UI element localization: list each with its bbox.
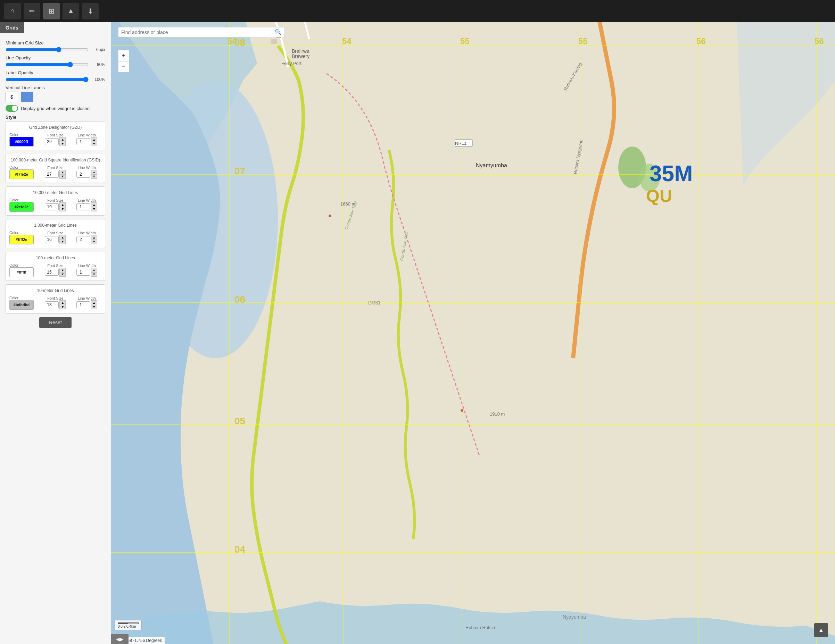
font-size-down-5[interactable]: ▼ bbox=[59, 305, 66, 309]
line-width-input-0[interactable] bbox=[76, 138, 90, 145]
grid-card-5: 10-meter Grid Lines Color #bdbdbd Font S… bbox=[6, 284, 105, 313]
color-swatch-2[interactable]: #2efe2e bbox=[10, 202, 34, 212]
color-label-0: Color bbox=[10, 133, 39, 137]
color-swatch-5[interactable]: #bdbdbd bbox=[10, 300, 34, 310]
svg-text:DR31: DR31 bbox=[368, 300, 381, 305]
style-section-label: Style bbox=[6, 115, 105, 120]
line-width-up-3[interactable]: ▲ bbox=[91, 235, 97, 240]
svg-text:54: 54 bbox=[342, 642, 351, 644]
search-icon[interactable]: 🔍 bbox=[275, 29, 282, 36]
line-width-up-4[interactable]: ▲ bbox=[91, 268, 97, 272]
line-width-input-3[interactable] bbox=[76, 236, 90, 243]
line-width-down-3[interactable]: ▼ bbox=[91, 240, 97, 244]
grid-card-1: 100,000-meter Grid Square Identification… bbox=[6, 154, 105, 183]
font-size-down-3[interactable]: ▼ bbox=[59, 240, 66, 244]
font-size-up-5[interactable]: ▲ bbox=[59, 300, 66, 305]
svg-text:35M: 35M bbox=[650, 161, 693, 186]
color-swatch-4[interactable]: #ffffff bbox=[10, 267, 34, 277]
label-opacity-value: 100% bbox=[91, 77, 105, 82]
line-opacity-label: Line Opacity bbox=[6, 55, 105, 60]
font-size-input-5[interactable] bbox=[45, 301, 59, 308]
line-width-up-2[interactable]: ▲ bbox=[91, 203, 97, 207]
font-size-spinners-3: ▲ ▼ bbox=[59, 235, 66, 244]
line-width-spinners-1: ▲ ▼ bbox=[91, 170, 97, 179]
toggle-label: Display grid when widget is closed bbox=[21, 106, 89, 111]
color-label-1: Color bbox=[10, 165, 39, 169]
vert-label-btn-arrow[interactable]: ↔ bbox=[21, 92, 33, 102]
grid-card-title-3: 1,000-meter Grid Lines bbox=[10, 223, 101, 228]
font-size-up-1[interactable]: ▲ bbox=[59, 170, 66, 174]
font-size-up-4[interactable]: ▲ bbox=[59, 268, 66, 272]
grid-card-title-0: Grid Zone Designator (GZD) bbox=[10, 125, 101, 130]
font-size-up-0[interactable]: ▲ bbox=[59, 137, 66, 142]
line-width-label-2: Line Width bbox=[72, 198, 101, 203]
line-width-up-0[interactable]: ▲ bbox=[91, 137, 97, 142]
scale-bar: 0 0.2 0.4km bbox=[115, 620, 142, 630]
color-swatch-1[interactable]: #f7fe2e bbox=[10, 169, 34, 179]
map-navigate-button[interactable]: ▲ bbox=[814, 623, 828, 637]
grid-card-3: 1,000-meter Grid Lines Color #ffff2e Fon… bbox=[6, 219, 105, 248]
font-size-spinners-5: ▲ ▼ bbox=[59, 300, 66, 309]
font-size-input-2[interactable] bbox=[45, 203, 59, 210]
grids-tab[interactable]: Grids bbox=[0, 22, 24, 33]
svg-text:Rubavu    Rutsire: Rubavu Rutsire bbox=[465, 625, 497, 630]
line-width-down-5[interactable]: ▼ bbox=[91, 305, 97, 309]
svg-text:04: 04 bbox=[234, 544, 245, 555]
zoom-out-button[interactable]: − bbox=[118, 61, 129, 72]
line-width-label-0: Line Width bbox=[72, 133, 101, 137]
toolbar-download-button[interactable]: ⬇ bbox=[82, 3, 99, 19]
svg-text:07: 07 bbox=[234, 165, 245, 176]
line-width-label-1: Line Width bbox=[72, 165, 101, 170]
font-size-input-3[interactable] bbox=[45, 236, 59, 243]
line-width-input-4[interactable] bbox=[76, 269, 90, 276]
svg-text:06: 06 bbox=[234, 294, 245, 305]
toolbar-grid-button[interactable]: ⊞ bbox=[43, 3, 60, 19]
toolbar-edit-button[interactable]: ✏ bbox=[24, 3, 40, 19]
display-grid-toggle[interactable] bbox=[6, 105, 18, 112]
font-size-input-0[interactable] bbox=[45, 138, 59, 145]
color-label-2: Color bbox=[10, 198, 39, 202]
label-opacity-slider[interactable] bbox=[6, 77, 89, 82]
font-size-spinners-2: ▲ ▼ bbox=[59, 203, 66, 211]
line-width-down-4[interactable]: ▼ bbox=[91, 272, 97, 277]
line-opacity-slider[interactable] bbox=[6, 62, 89, 67]
font-size-down-1[interactable]: ▼ bbox=[59, 174, 66, 179]
toolbar-map-button[interactable]: ▲ bbox=[63, 3, 79, 19]
color-swatch-0[interactable]: #0000ff bbox=[10, 137, 34, 146]
line-width-down-1[interactable]: ▼ bbox=[91, 174, 97, 179]
svg-text:54: 54 bbox=[227, 36, 237, 46]
font-size-up-3[interactable]: ▲ bbox=[59, 235, 66, 240]
toolbar: ⌂ ✏ ⊞ ▲ ⬇ bbox=[0, 0, 835, 22]
font-size-down-0[interactable]: ▼ bbox=[59, 142, 66, 146]
font-size-down-2[interactable]: ▼ bbox=[59, 207, 66, 211]
font-size-label-5: Font Size bbox=[41, 296, 70, 300]
line-width-input-1[interactable] bbox=[76, 171, 90, 178]
zoom-in-button[interactable]: + bbox=[118, 50, 129, 61]
toolbar-home-button[interactable]: ⌂ bbox=[4, 3, 21, 19]
line-width-input-5[interactable] bbox=[76, 301, 90, 308]
font-size-spinners-0: ▲ ▼ bbox=[59, 137, 66, 146]
svg-text:Nyamyumba: Nyamyumba bbox=[476, 162, 507, 169]
line-width-down-2[interactable]: ▼ bbox=[91, 207, 97, 211]
color-label-4: Color bbox=[10, 263, 39, 267]
svg-text:05: 05 bbox=[234, 415, 245, 426]
font-size-down-4[interactable]: ▼ bbox=[59, 272, 66, 277]
font-size-input-1[interactable] bbox=[45, 171, 59, 178]
min-grid-size-slider[interactable] bbox=[6, 47, 89, 52]
zoom-controls: + − bbox=[118, 50, 129, 72]
sidebar-collapse-button[interactable]: ◀▶ bbox=[111, 634, 128, 644]
font-size-input-4[interactable] bbox=[45, 269, 59, 276]
line-width-input-2[interactable] bbox=[76, 203, 90, 210]
font-size-spinners-4: ▲ ▼ bbox=[59, 268, 66, 277]
search-input[interactable] bbox=[121, 29, 275, 35]
font-size-up-2[interactable]: ▲ bbox=[59, 203, 66, 207]
line-width-label-4: Line Width bbox=[72, 263, 101, 268]
reset-button[interactable]: Reset bbox=[39, 317, 71, 328]
color-label-5: Color bbox=[10, 296, 39, 300]
vert-label-btn-dollar[interactable]: $ bbox=[6, 92, 18, 102]
line-width-up-5[interactable]: ▲ bbox=[91, 300, 97, 305]
color-swatch-3[interactable]: #ffff2e bbox=[10, 235, 34, 244]
line-width-up-1[interactable]: ▲ bbox=[91, 170, 97, 174]
map-search-bar: 🔍 bbox=[118, 27, 285, 37]
line-width-down-0[interactable]: ▼ bbox=[91, 142, 97, 146]
